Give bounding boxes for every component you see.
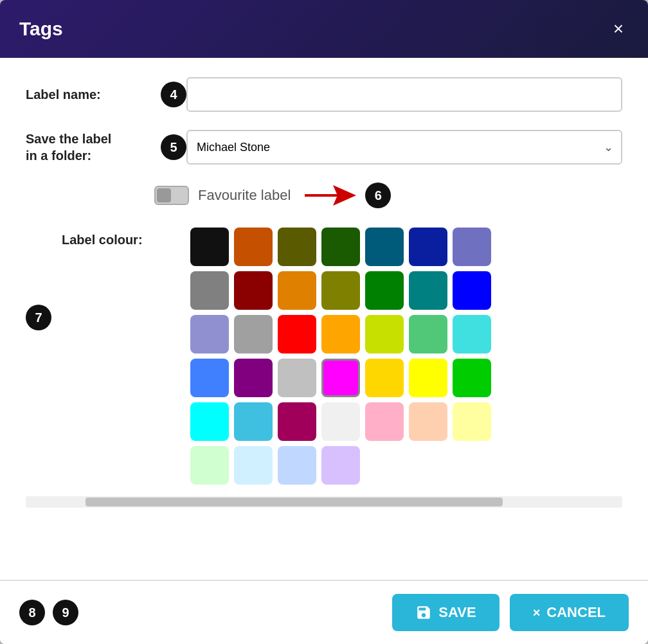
scrollbar[interactable] xyxy=(26,496,622,508)
colour-swatch[interactable] xyxy=(365,402,404,441)
colour-swatch[interactable] xyxy=(365,359,404,397)
close-button[interactable]: × xyxy=(608,17,629,40)
save-icon xyxy=(415,604,432,621)
folder-select-wrapper: Michael Stone ⌄ xyxy=(186,130,622,165)
colour-swatch[interactable] xyxy=(321,446,360,485)
colour-swatch[interactable] xyxy=(365,271,404,310)
badge-6: 6 xyxy=(365,183,391,208)
colour-swatch[interactable] xyxy=(365,228,404,266)
label-name-row: Label name: 4 xyxy=(26,77,622,112)
dialog-footer: 8 9 SAVE × CANCEL xyxy=(0,580,648,644)
badge-9: 9 xyxy=(53,600,78,625)
colour-swatch[interactable] xyxy=(409,402,447,441)
colour-swatch[interactable] xyxy=(234,228,273,266)
colour-swatch[interactable] xyxy=(278,228,316,266)
label-name-label: Label name: xyxy=(26,86,154,103)
save-folder-row: Save the label in a folder: 5 Michael St… xyxy=(26,130,622,165)
red-arrow-icon xyxy=(305,184,356,207)
colour-swatch[interactable] xyxy=(453,315,491,353)
colour-swatch[interactable] xyxy=(278,271,316,310)
favourite-toggle[interactable] xyxy=(154,186,189,205)
colour-row-2 xyxy=(190,315,491,353)
colour-swatch[interactable] xyxy=(190,446,229,485)
colour-swatch[interactable] xyxy=(409,271,447,310)
dialog-title: Tags xyxy=(19,18,63,40)
colour-swatch[interactable] xyxy=(321,402,360,441)
dialog-header: Tags × xyxy=(0,0,648,58)
colour-swatch[interactable] xyxy=(453,402,491,441)
footer-badges: 8 9 xyxy=(19,600,78,625)
dialog-body: Label name: 4 Save the label in a folder… xyxy=(0,58,648,580)
colour-label: Label colour: xyxy=(62,233,190,247)
save-label: SAVE xyxy=(438,604,476,621)
colour-swatch[interactable] xyxy=(453,271,491,310)
colour-swatch[interactable] xyxy=(278,315,316,353)
cancel-button[interactable]: × CANCEL xyxy=(510,594,629,631)
colour-swatch[interactable] xyxy=(321,315,360,353)
badge-5: 5 xyxy=(161,134,186,160)
colour-swatch[interactable] xyxy=(321,228,360,266)
tags-dialog: Tags × Label name: 4 Save the label in a… xyxy=(0,0,648,644)
label-name-input[interactable] xyxy=(186,77,622,112)
save-button[interactable]: SAVE xyxy=(392,594,499,631)
toggle-knob xyxy=(157,188,171,202)
colour-swatch[interactable] xyxy=(234,359,273,397)
colour-swatch[interactable] xyxy=(190,402,229,441)
svg-marker-0 xyxy=(305,185,356,206)
colour-swatch[interactable] xyxy=(190,359,229,397)
colour-swatch[interactable] xyxy=(409,228,447,266)
colour-swatch[interactable] xyxy=(190,315,229,353)
colour-swatch[interactable] xyxy=(190,228,229,266)
colour-row-0 xyxy=(190,228,491,266)
cancel-x: × xyxy=(533,605,541,620)
colour-swatch[interactable] xyxy=(234,271,273,310)
colour-row-5 xyxy=(190,446,491,485)
colour-swatch[interactable] xyxy=(365,315,404,353)
colour-swatch[interactable] xyxy=(409,359,447,397)
colour-section: 7 Label colour: xyxy=(26,228,622,485)
colour-swatch[interactable] xyxy=(278,446,316,485)
badge-8: 8 xyxy=(19,600,45,625)
colour-swatch[interactable] xyxy=(278,402,316,441)
colour-row-4 xyxy=(190,402,491,441)
favourite-label: Favourite label xyxy=(198,187,291,204)
badge-4: 4 xyxy=(161,82,186,107)
colour-swatch[interactable] xyxy=(453,359,491,397)
scroll-area xyxy=(26,496,622,508)
colour-swatch[interactable] xyxy=(234,315,273,353)
save-folder-label: Save the label in a folder: xyxy=(26,130,154,164)
cancel-label: CANCEL xyxy=(546,604,606,621)
folder-select[interactable]: Michael Stone xyxy=(186,130,622,165)
colour-grid xyxy=(190,228,491,485)
colour-swatch[interactable] xyxy=(278,359,316,397)
colour-swatch[interactable] xyxy=(234,446,273,485)
colour-row-1 xyxy=(190,271,491,310)
badge-7: 7 xyxy=(26,305,51,330)
colour-swatch[interactable] xyxy=(453,228,491,266)
colour-swatch[interactable] xyxy=(321,271,360,310)
scrollbar-thumb xyxy=(86,497,503,506)
colour-swatch[interactable] xyxy=(190,271,229,310)
colour-swatch[interactable] xyxy=(321,359,360,397)
colour-swatch[interactable] xyxy=(409,315,447,353)
favourite-row: Favourite label 6 xyxy=(154,183,622,208)
colour-row-3 xyxy=(190,359,491,397)
colour-swatch[interactable] xyxy=(234,402,273,441)
